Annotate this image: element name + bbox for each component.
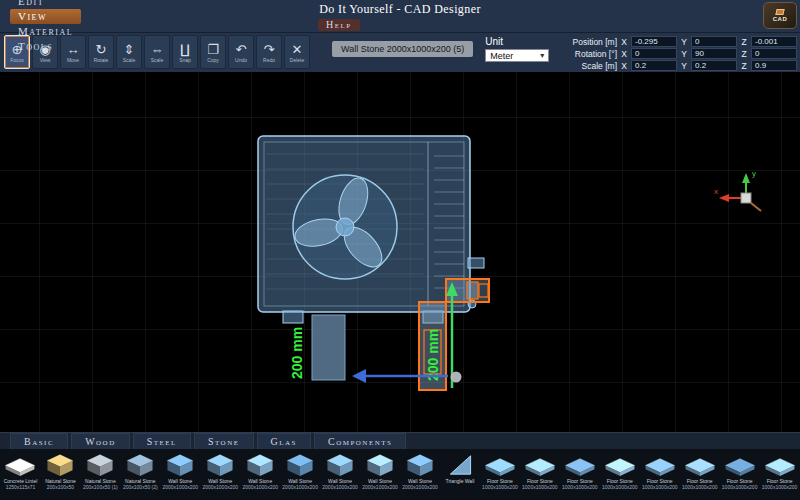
- material-size: 2000x1000x200: [402, 484, 438, 490]
- palette-item-wall-stone[interactable]: Wall Stone2000x1000x200: [401, 451, 440, 500]
- snap-icon: ∐: [180, 42, 190, 57]
- unit-group: Unit Meter ▾: [485, 36, 549, 62]
- rotation-x-input[interactable]: [631, 48, 677, 59]
- position-row: Position [m] X Y Z: [555, 36, 797, 47]
- material-size: 1000x1000x200: [602, 484, 638, 490]
- menu-item-tools[interactable]: Tools: [10, 39, 81, 54]
- palette-item-natural-stone[interactable]: Natural Stone200x100x50 (2): [121, 451, 160, 500]
- rotate-button[interactable]: ↻Rotate: [88, 35, 114, 69]
- transform-panel: Position [m] X Y Z Rotation [°] X Y Z Sc…: [555, 36, 797, 71]
- palette-item-floor-stone[interactable]: Floor Stone1000x1000x200: [600, 451, 639, 500]
- tab-steel[interactable]: Steel: [133, 433, 191, 449]
- copy-button[interactable]: ❐Copy: [200, 35, 226, 69]
- tab-components[interactable]: Components: [314, 433, 406, 449]
- palette-item-wall-stone[interactable]: Wall Stone2000x1000x200: [201, 451, 240, 500]
- delete-icon: ✕: [292, 42, 303, 57]
- material-thumbnail: [163, 451, 197, 478]
- scale-button[interactable]: ⇕Scale: [116, 35, 142, 69]
- unit-label: Unit: [485, 36, 549, 47]
- palette-item-floor-stone[interactable]: Floor Stone1000x1000x200: [680, 451, 719, 500]
- scale-row: Scale [m] X Y Z: [555, 60, 797, 71]
- scale-y-input[interactable]: [691, 60, 737, 71]
- menu-item-help[interactable]: Help: [318, 19, 360, 31]
- gizmo-x-arrowhead[interactable]: [352, 369, 366, 383]
- material-size: 1000x1000x200: [482, 484, 518, 490]
- palette-item-wall-stone[interactable]: Wall Stone2000x1000x200: [241, 451, 280, 500]
- scale-z-input[interactable]: [751, 60, 797, 71]
- transform-axis-y: Y: [680, 37, 688, 47]
- material-thumbnail: [523, 451, 557, 478]
- position-x-input[interactable]: [631, 36, 677, 47]
- menu-item-edit[interactable]: Edit: [10, 0, 81, 9]
- material-size: 1000x1000x200: [562, 484, 598, 490]
- unit-value: Meter: [490, 51, 513, 61]
- redo-icon: ↷: [264, 42, 275, 57]
- axis-x-indicator-label: x: [714, 187, 718, 196]
- palette-item-natural-stone[interactable]: Natural Stone200x100x50: [41, 451, 80, 500]
- undo-icon: ↶: [236, 42, 247, 57]
- undo-button[interactable]: ↶Undo: [228, 35, 254, 69]
- tab-glas[interactable]: Glas: [257, 433, 311, 449]
- material-thumbnail: [483, 451, 517, 478]
- tool-label: Move: [67, 58, 79, 63]
- palette-item-floor-stone[interactable]: Floor Stone1000x1000x200: [760, 451, 799, 500]
- position-y-input[interactable]: [691, 36, 737, 47]
- transform-axis-z: Z: [740, 61, 748, 71]
- material-size: 2000x1000x200: [202, 484, 238, 490]
- rotation-y-input[interactable]: [691, 48, 737, 59]
- wall-stone-block-left[interactable]: [312, 315, 345, 380]
- material-thumbnail: [283, 451, 317, 478]
- material-size: 2000x1000x200: [362, 484, 398, 490]
- unit-select[interactable]: Meter ▾: [485, 49, 549, 62]
- palette-item-floor-stone[interactable]: Floor Stone1000x1000x200: [560, 451, 599, 500]
- material-size: 200x100x50 (1): [83, 484, 118, 490]
- menu-row2: Help: [0, 18, 800, 32]
- selection-label: Wall Stone 2000x1000x200 (5): [332, 41, 473, 57]
- material-thumbnail: [123, 451, 157, 478]
- delete-button[interactable]: ✕Delete: [284, 35, 310, 69]
- gizmo-handle[interactable]: [451, 372, 462, 383]
- material-thumbnail: [443, 451, 477, 478]
- scale-x-input[interactable]: [631, 60, 677, 71]
- material-thumbnail: [43, 451, 77, 478]
- tab-stone[interactable]: Stone: [194, 433, 254, 449]
- palette-item-triangle-wall[interactable]: Triangle Wall: [440, 451, 479, 500]
- position-z-input[interactable]: [751, 36, 797, 47]
- palette-item-floor-stone[interactable]: Floor Stone1000x1000x200: [520, 451, 559, 500]
- material-thumbnail: [243, 451, 277, 478]
- dimension-label-left: 200 mm: [289, 327, 305, 379]
- palette-item-wall-stone[interactable]: Wall Stone2000x1000x200: [281, 451, 320, 500]
- palette-item-wall-stone[interactable]: Wall Stone2000x1000x200: [161, 451, 200, 500]
- app-title: Do It Yourself - CAD Designer: [0, 2, 800, 17]
- rotation-z-input[interactable]: [751, 48, 797, 59]
- palette-item-floor-stone[interactable]: Floor Stone1000x1000x200: [480, 451, 519, 500]
- viewport-3d[interactable]: 200 mm 200 mm: [0, 72, 800, 432]
- palette-item-concrete-lintel[interactable]: Concrete Lintel1250x115x71: [1, 451, 40, 500]
- palette-item-wall-stone[interactable]: Wall Stone2000x1000x200: [361, 451, 400, 500]
- palette-item-natural-stone[interactable]: Natural Stone200x100x50 (1): [81, 451, 120, 500]
- copy-icon: ❐: [207, 42, 219, 57]
- tab-basic[interactable]: Basic: [10, 433, 68, 449]
- menu-item-material[interactable]: Material: [10, 24, 81, 39]
- material-thumbnail: [83, 451, 117, 478]
- material-thumbnail: [683, 451, 717, 478]
- rotation-row: Rotation [°] X Y Z: [555, 48, 797, 59]
- palette-item-floor-stone[interactable]: Floor Stone1000x1000x200: [640, 451, 679, 500]
- tab-wood[interactable]: Wood: [71, 433, 130, 449]
- palette-item-wall-stone[interactable]: Wall Stone2000x1000x200: [321, 451, 360, 500]
- tool-label: Undo: [235, 58, 247, 63]
- redo-button[interactable]: ↷Redo: [256, 35, 282, 69]
- menubar: HomeFileEditViewMaterialTools Do It Your…: [0, 0, 800, 32]
- material-thumbnail: [723, 451, 757, 478]
- snap-button[interactable]: ∐Snap: [172, 35, 198, 69]
- material-thumbnail: [323, 451, 357, 478]
- material-thumbnail: [563, 451, 597, 478]
- palette-item-floor-stone[interactable]: Floor Stone1000x1000x200: [720, 451, 759, 500]
- transform-axis-x: X: [620, 61, 628, 71]
- material-thumbnail: [363, 451, 397, 478]
- fan-icon: [292, 174, 397, 279]
- menu-item-view[interactable]: View: [10, 9, 81, 24]
- material-palette: Concrete Lintel1250x115x71Natural Stone2…: [0, 449, 800, 500]
- axis-y-indicator-label: y: [752, 169, 756, 178]
- scale-button[interactable]: ⇔Scale: [144, 35, 170, 69]
